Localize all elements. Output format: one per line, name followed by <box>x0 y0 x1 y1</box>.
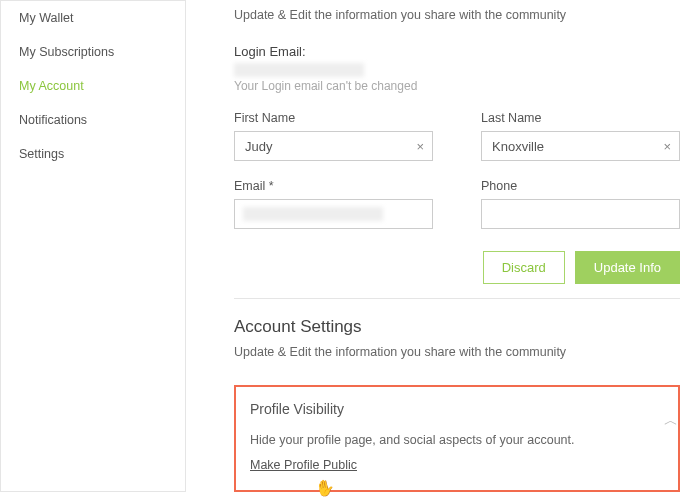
sidebar-item-wallet[interactable]: My Wallet <box>1 1 185 35</box>
account-settings-title: Account Settings <box>234 317 680 337</box>
main-content: Update & Edit the information you share … <box>186 0 686 492</box>
profile-visibility-box: Profile Visibility Hide your profile pag… <box>234 385 680 492</box>
discard-button[interactable]: Discard <box>483 251 565 284</box>
chevron-up-icon[interactable]: ︿ <box>664 412 678 430</box>
account-settings-subtitle: Update & Edit the information you share … <box>234 345 680 359</box>
update-info-button[interactable]: Update Info <box>575 251 680 284</box>
sidebar-item-account[interactable]: My Account <box>1 69 185 103</box>
phone-input-wrap[interactable] <box>481 199 680 229</box>
clear-first-name-icon[interactable]: × <box>416 140 424 153</box>
email-label: Email * <box>234 179 433 193</box>
sidebar-item-notifications[interactable]: Notifications <box>1 103 185 137</box>
login-email-redacted <box>234 63 364 77</box>
login-email-block: Login Email: Your Login email can't be c… <box>234 44 680 93</box>
last-name-input-wrap[interactable]: × <box>481 131 680 161</box>
intro-subtitle: Update & Edit the information you share … <box>234 8 680 22</box>
profile-visibility-desc: Hide your profile page, and social aspec… <box>250 433 664 447</box>
phone-input[interactable] <box>482 200 679 228</box>
make-profile-public-link[interactable]: Make Profile Public <box>250 458 357 472</box>
email-redacted <box>243 207 383 221</box>
phone-label: Phone <box>481 179 680 193</box>
sidebar-item-settings[interactable]: Settings <box>1 137 185 171</box>
last-name-input[interactable] <box>482 132 679 160</box>
profile-visibility-heading: Profile Visibility <box>250 401 664 417</box>
login-email-hint: Your Login email can't be changed <box>234 79 680 93</box>
clear-last-name-icon[interactable]: × <box>663 140 671 153</box>
first-name-input[interactable] <box>235 132 432 160</box>
first-name-label: First Name <box>234 111 433 125</box>
sidebar: My Wallet My Subscriptions My Account No… <box>0 0 186 492</box>
login-email-label: Login Email: <box>234 44 680 59</box>
section-divider <box>234 298 680 299</box>
email-input-wrap[interactable] <box>234 199 433 229</box>
first-name-input-wrap[interactable]: × <box>234 131 433 161</box>
sidebar-item-subscriptions[interactable]: My Subscriptions <box>1 35 185 69</box>
last-name-label: Last Name <box>481 111 680 125</box>
